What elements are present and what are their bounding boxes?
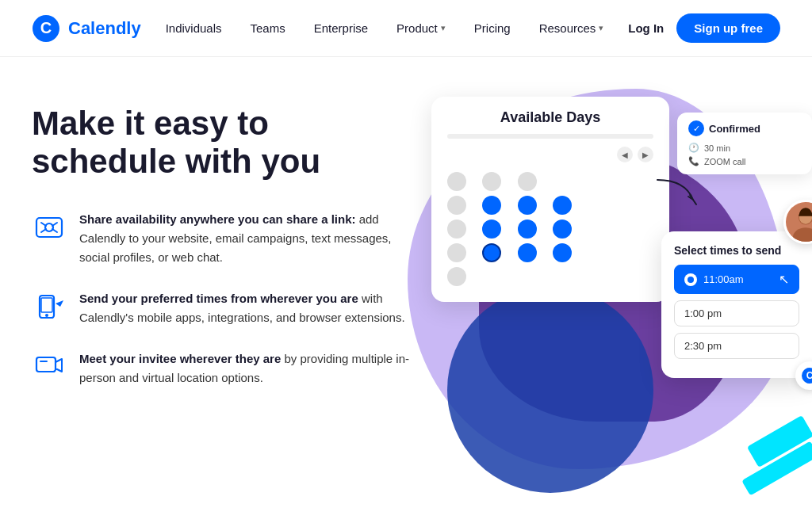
feature-send-text: Send your preferred times from wherever … [79,289,412,327]
svg-rect-7 [36,357,56,372]
login-button[interactable]: Log In [628,21,664,35]
feature-share-heading: Share availability anywhere you can shar… [79,212,356,226]
nav-item-pricing[interactable]: Pricing [474,21,511,35]
time-label-2: 1:00 pm [684,307,722,319]
cal-cell-empty [623,243,642,262]
nav-item-product[interactable]: Product ▾ [396,21,446,35]
feature-meet: Meet your invitee wherever they are by p… [32,349,412,387]
cal-cell-empty [623,220,642,239]
calendar-next[interactable]: ▶ [638,147,653,162]
svg-rect-8 [40,361,48,362]
svg-point-6 [45,314,48,317]
meet-icon [32,349,67,384]
time-label-3: 2:30 pm [684,340,722,352]
cal-cell-blue[interactable] [553,220,572,239]
time-option-3[interactable]: 2:30 pm [674,333,799,359]
cal-cell-empty [588,267,607,286]
confirmed-label: Confirmed [709,123,760,135]
blob-dark-blue [447,287,653,493]
cal-cell-blue[interactable] [518,220,537,239]
cal-cell [447,172,466,191]
confirmed-card: ✓ Confirmed 🕐 30 min 📞 ZOOM call [677,113,812,174]
feature-send: Send your preferred times from wherever … [32,289,412,327]
hero-illustration: Available Days ◀ ▶ [412,97,780,523]
cal-cell-empty [588,172,607,191]
cal-cell-blue[interactable] [518,196,537,215]
svg-point-3 [45,223,53,231]
feature-meet-text: Meet your invitee wherever they are by p… [79,349,412,387]
cal-cell-blue[interactable] [482,220,501,239]
svg-text:C: C [806,370,812,381]
calendar-nav: ◀ ▶ [447,147,653,162]
time-check-dot [688,277,694,283]
cal-cell-empty [482,267,501,286]
calendar-header-bar [447,134,653,139]
nav-item-enterprise[interactable]: Enterprise [314,21,368,35]
hero-section: Make it easy to schedule with you Share … [0,57,812,523]
cal-cell [447,243,466,262]
mini-logo-icon: C [801,367,812,384]
nav-item-teams[interactable]: Teams [251,21,285,35]
cal-cell-empty [623,267,642,286]
signup-button[interactable]: Sign up free [676,13,780,43]
calendly-logo-icon: C [32,14,60,43]
svg-text:C: C [40,19,52,36]
svg-rect-5 [41,298,52,312]
select-times-card: Select times to send 11:00am ↖ 1:00 pm 2… [661,231,812,378]
cal-cell [447,196,466,215]
avatar-image [786,200,812,244]
cal-cell-empty [588,243,607,262]
cal-cell-blue[interactable] [518,243,537,262]
feature-meet-heading: Meet your invitee wherever they are [79,352,281,365]
nav-actions: Log In Sign up free [628,13,780,43]
cal-cell [482,172,501,191]
cal-cell-blue[interactable] [482,196,501,215]
cal-cell-empty [588,196,607,215]
cal-cell-empty [553,172,572,191]
confirmed-duration: 🕐 30 min [688,143,801,153]
cal-cell-empty [553,267,572,286]
cal-cell [518,172,537,191]
cal-cell-empty [623,172,642,191]
feature-share-text: Share availability anywhere you can shar… [79,210,412,267]
hero-left: Make it easy to schedule with you Share … [32,97,412,387]
cal-cell [447,220,466,239]
cursor-icon: ↖ [779,272,789,287]
blob-background: Available Days ◀ ▶ [384,73,812,523]
confirmed-details: 🕐 30 min 📞 ZOOM call [688,143,801,166]
feature-share: Share availability anywhere you can shar… [32,210,412,267]
cal-cell-blue[interactable] [553,243,572,262]
confirmed-header: ✓ Confirmed [688,120,801,136]
cal-cell-empty [623,196,642,215]
cal-cell-empty [518,267,537,286]
send-icon [32,289,67,324]
time-option-selected[interactable]: 11:00am ↖ [674,265,799,294]
phone-icon: 📞 [688,156,699,166]
features-list: Share availability anywhere you can shar… [32,210,412,387]
nav-item-resources[interactable]: Resources ▾ [539,21,604,35]
navigation: C Calendly Individuals Teams Enterprise … [0,0,812,57]
hero-title: Make it easy to schedule with you [32,105,412,181]
calendar-prev[interactable]: ◀ [617,147,633,162]
chevron-down-icon: ▾ [441,23,446,33]
confirmed-check-icon: ✓ [688,120,704,136]
svg-rect-2 [36,218,62,237]
available-days-title: Available Days [447,109,653,126]
feature-send-heading: Send your preferred times from wherever … [79,292,358,305]
time-checkmark [684,273,697,286]
connecting-arrow [653,176,701,216]
logo[interactable]: C Calendly [32,14,141,43]
logo-text: Calendly [68,18,141,39]
cal-cell-selected[interactable] [482,243,501,262]
nav-item-individuals[interactable]: Individuals [166,21,222,35]
time-label-1: 11:00am [703,273,744,285]
time-option-2[interactable]: 1:00 pm [674,300,799,326]
confirmed-type: 📞 ZOOM call [688,156,801,166]
chevron-down-icon-resources: ▾ [599,23,603,33]
cal-cell [447,267,466,286]
nav-links: Individuals Teams Enterprise Product ▾ P… [166,21,604,35]
available-days-card: Available Days ◀ ▶ [431,97,669,302]
share-icon [32,210,67,245]
cal-cell-blue[interactable] [553,196,572,215]
calendar-grid [447,169,653,289]
